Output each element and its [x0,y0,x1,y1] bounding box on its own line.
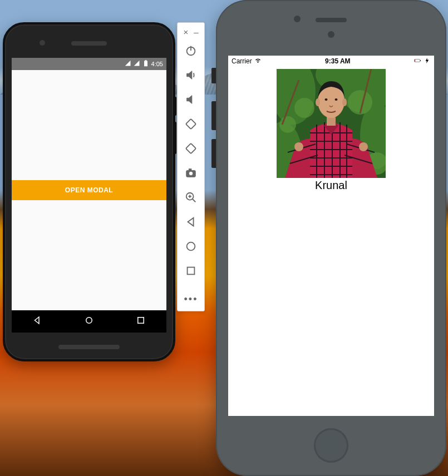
back-button[interactable] [180,211,202,233]
iphone-earpiece [316,18,347,22]
android-power-button [174,97,176,116]
open-modal-button[interactable]: OPEN MODAL [12,180,166,200]
svg-rect-16 [188,267,195,275]
svg-point-9 [189,171,193,175]
battery-icon [414,57,421,65]
svg-rect-18 [415,60,415,62]
svg-point-49 [316,98,320,106]
svg-rect-3 [137,318,144,324]
more-options-icon[interactable]: ••• [184,294,198,305]
overview-button[interactable] [180,260,202,282]
android-screen: 4:05 OPEN MODAL [12,58,166,310]
svg-point-54 [359,142,368,151]
svg-rect-6 [186,119,196,129]
carrier-label: Carrier [232,57,252,65]
toolbar-window-controls: × – [178,26,204,37]
iphone-frame: Carrier 9:35 AM [216,0,446,476]
nav-recents-icon[interactable] [136,315,146,328]
svg-rect-7 [186,143,196,153]
android-earpiece [71,41,107,46]
home-button[interactable] [180,235,202,257]
svg-point-50 [342,98,347,106]
profile-photo [277,69,386,178]
nav-home-icon[interactable] [84,315,94,328]
volume-up-button[interactable] [180,64,202,86]
rotate-left-button[interactable] [180,113,202,135]
status-time: 4:05 [151,61,163,67]
volume-down-button[interactable] [180,88,202,111]
close-icon[interactable]: × [183,28,188,36]
iphone-front-camera [294,16,301,22]
android-bottom-speaker [58,345,120,349]
signal-icon [134,60,140,68]
iphone-screen: Carrier 9:35 AM [228,56,434,416]
iphone-app-body: Krunal [228,67,434,192]
svg-rect-1 [145,60,146,61]
svg-rect-0 [144,61,147,67]
svg-point-52 [335,98,338,101]
svg-line-12 [193,199,196,202]
battery-icon [142,60,149,68]
iphone-sensor [328,31,334,38]
charging-icon [424,57,431,65]
svg-point-51 [325,98,328,101]
android-volume-button [174,122,176,154]
android-status-bar: 4:05 [12,58,166,70]
iphone-status-bar: Carrier 9:35 AM [228,56,434,67]
svg-rect-19 [420,60,421,61]
signal-icon [125,60,131,68]
android-phone-frame: 4:05 OPEN MODAL [3,22,175,361]
svg-rect-10 [189,169,191,171]
zoom-button[interactable] [180,186,202,209]
wifi-icon [254,57,262,65]
android-app-body: OPEN MODAL [12,70,166,310]
screenshot-button[interactable] [180,162,202,184]
profile-name: Krunal [315,179,347,192]
emulator-toolbar: × – ••• [177,22,205,311]
minimize-icon[interactable]: – [194,28,198,36]
svg-point-2 [86,318,92,324]
status-time: 9:35 AM [325,57,351,65]
svg-point-29 [279,116,296,133]
svg-point-53 [294,142,303,151]
rotate-right-button[interactable] [180,137,202,160]
android-nav-bar [12,310,166,333]
iphone-home-button[interactable] [314,428,348,463]
svg-point-15 [187,242,195,251]
android-front-camera [40,40,45,46]
nav-back-icon[interactable] [32,315,42,328]
power-button[interactable] [180,39,202,62]
svg-point-26 [294,98,314,118]
